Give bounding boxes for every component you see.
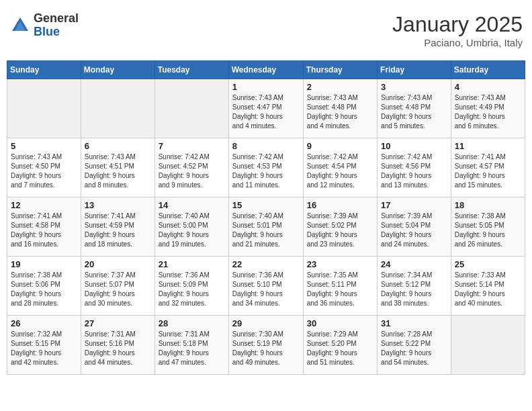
day-info: Sunrise: 7:41 AM Sunset: 4:58 PM Dayligh… [11, 212, 77, 249]
weekday-header-monday: Monday [81, 61, 154, 79]
day-number: 30 [307, 318, 373, 328]
calendar-week-row: 19Sunrise: 7:38 AM Sunset: 5:06 PM Dayli… [7, 257, 525, 316]
calendar-day-cell: 13Sunrise: 7:41 AM Sunset: 4:59 PM Dayli… [81, 197, 154, 257]
day-info: Sunrise: 7:36 AM Sunset: 5:10 PM Dayligh… [232, 271, 300, 308]
logo-text: General Blue [34, 12, 79, 39]
logo-blue-text: Blue [34, 26, 79, 39]
day-info: Sunrise: 7:29 AM Sunset: 5:20 PM Dayligh… [307, 330, 373, 367]
day-number: 28 [159, 318, 225, 328]
day-number: 26 [11, 318, 77, 328]
day-info: Sunrise: 7:41 AM Sunset: 4:57 PM Dayligh… [455, 152, 521, 190]
calendar-day-cell: 28Sunrise: 7:31 AM Sunset: 5:18 PM Dayli… [154, 316, 228, 375]
day-info: Sunrise: 7:43 AM Sunset: 4:51 PM Dayligh… [85, 152, 151, 190]
empty-day-cell [154, 79, 228, 138]
day-number: 3 [381, 82, 447, 92]
weekday-header-row: SundayMondayTuesdayWednesdayThursdayFrid… [7, 61, 525, 79]
calendar-week-row: 26Sunrise: 7:32 AM Sunset: 5:15 PM Dayli… [7, 316, 525, 375]
calendar-day-cell: 12Sunrise: 7:41 AM Sunset: 4:58 PM Dayli… [7, 197, 81, 257]
title-block: January 2025 Paciano, Umbria, Italy [392, 12, 523, 48]
calendar-day-cell: 6Sunrise: 7:43 AM Sunset: 4:51 PM Daylig… [81, 138, 154, 197]
calendar-day-cell: 16Sunrise: 7:39 AM Sunset: 5:02 PM Dayli… [303, 197, 377, 257]
day-info: Sunrise: 7:42 AM Sunset: 4:53 PM Dayligh… [232, 152, 300, 190]
day-info: Sunrise: 7:38 AM Sunset: 5:06 PM Dayligh… [11, 271, 77, 308]
calendar-day-cell: 31Sunrise: 7:28 AM Sunset: 5:22 PM Dayli… [378, 316, 451, 375]
logo-icon [9, 15, 31, 36]
day-number: 27 [85, 318, 151, 328]
calendar-day-cell: 8Sunrise: 7:42 AM Sunset: 4:53 PM Daylig… [228, 138, 303, 197]
day-number: 23 [307, 259, 373, 269]
calendar-day-cell: 4Sunrise: 7:43 AM Sunset: 4:49 PM Daylig… [451, 79, 525, 138]
day-number: 19 [11, 259, 77, 269]
location: Paciano, Umbria, Italy [392, 37, 523, 48]
calendar-day-cell: 1Sunrise: 7:43 AM Sunset: 4:47 PM Daylig… [228, 79, 303, 138]
day-number: 12 [11, 200, 77, 210]
day-number: 13 [85, 200, 151, 210]
calendar-week-row: 5Sunrise: 7:43 AM Sunset: 4:50 PM Daylig… [7, 138, 525, 197]
weekday-header-sunday: Sunday [7, 61, 81, 79]
weekday-header-thursday: Thursday [303, 61, 377, 79]
day-number: 18 [455, 200, 521, 210]
day-info: Sunrise: 7:40 AM Sunset: 5:01 PM Dayligh… [232, 212, 300, 249]
day-number: 1 [232, 82, 300, 92]
calendar-day-cell: 18Sunrise: 7:38 AM Sunset: 5:05 PM Dayli… [451, 197, 525, 257]
empty-day-cell [7, 79, 81, 138]
calendar-day-cell: 2Sunrise: 7:43 AM Sunset: 4:48 PM Daylig… [303, 79, 377, 138]
day-info: Sunrise: 7:40 AM Sunset: 5:00 PM Dayligh… [159, 212, 225, 249]
day-info: Sunrise: 7:32 AM Sunset: 5:15 PM Dayligh… [11, 330, 77, 367]
calendar-day-cell: 19Sunrise: 7:38 AM Sunset: 5:06 PM Dayli… [7, 257, 81, 316]
calendar-day-cell: 10Sunrise: 7:42 AM Sunset: 4:56 PM Dayli… [378, 138, 451, 197]
calendar-day-cell: 29Sunrise: 7:30 AM Sunset: 5:19 PM Dayli… [228, 316, 303, 375]
day-info: Sunrise: 7:43 AM Sunset: 4:50 PM Dayligh… [11, 152, 77, 190]
day-info: Sunrise: 7:42 AM Sunset: 4:52 PM Dayligh… [159, 152, 225, 190]
day-number: 15 [232, 200, 300, 210]
day-number: 24 [381, 259, 447, 269]
day-number: 29 [232, 318, 300, 328]
day-info: Sunrise: 7:30 AM Sunset: 5:19 PM Dayligh… [232, 330, 300, 367]
day-info: Sunrise: 7:43 AM Sunset: 4:47 PM Dayligh… [232, 93, 300, 131]
calendar-day-cell: 3Sunrise: 7:43 AM Sunset: 4:48 PM Daylig… [378, 79, 451, 138]
day-number: 2 [307, 82, 373, 92]
day-info: Sunrise: 7:37 AM Sunset: 5:07 PM Dayligh… [85, 271, 151, 308]
day-info: Sunrise: 7:31 AM Sunset: 5:16 PM Dayligh… [85, 330, 151, 367]
day-number: 17 [381, 200, 447, 210]
calendar-day-cell: 14Sunrise: 7:40 AM Sunset: 5:00 PM Dayli… [154, 197, 228, 257]
day-number: 7 [159, 141, 225, 151]
day-number: 21 [159, 259, 225, 269]
day-number: 25 [455, 259, 521, 269]
calendar-table: SundayMondayTuesdayWednesdayThursdayFrid… [7, 60, 525, 375]
day-number: 8 [232, 141, 300, 151]
calendar-week-row: 12Sunrise: 7:41 AM Sunset: 4:58 PM Dayli… [7, 197, 525, 257]
calendar-day-cell: 27Sunrise: 7:31 AM Sunset: 5:16 PM Dayli… [81, 316, 154, 375]
calendar-day-cell: 25Sunrise: 7:33 AM Sunset: 5:14 PM Dayli… [451, 257, 525, 316]
month-title: January 2025 [392, 12, 523, 37]
day-info: Sunrise: 7:42 AM Sunset: 4:56 PM Dayligh… [381, 152, 447, 190]
page-header: General Blue January 2025 Paciano, Umbri… [7, 7, 525, 54]
calendar-day-cell: 26Sunrise: 7:32 AM Sunset: 5:15 PM Dayli… [7, 316, 81, 375]
calendar-day-cell: 30Sunrise: 7:29 AM Sunset: 5:20 PM Dayli… [303, 316, 377, 375]
day-info: Sunrise: 7:39 AM Sunset: 5:02 PM Dayligh… [307, 212, 373, 249]
calendar-day-cell: 9Sunrise: 7:42 AM Sunset: 4:54 PM Daylig… [303, 138, 377, 197]
day-number: 22 [232, 259, 300, 269]
day-number: 20 [85, 259, 151, 269]
calendar-day-cell: 17Sunrise: 7:39 AM Sunset: 5:04 PM Dayli… [378, 197, 451, 257]
calendar-day-cell: 23Sunrise: 7:35 AM Sunset: 5:11 PM Dayli… [303, 257, 377, 316]
day-info: Sunrise: 7:31 AM Sunset: 5:18 PM Dayligh… [159, 330, 225, 367]
day-number: 14 [159, 200, 225, 210]
day-number: 4 [455, 82, 521, 92]
day-number: 11 [455, 141, 521, 151]
calendar-day-cell: 7Sunrise: 7:42 AM Sunset: 4:52 PM Daylig… [154, 138, 228, 197]
weekday-header-tuesday: Tuesday [154, 61, 228, 79]
logo-general: General [34, 12, 79, 26]
day-number: 10 [381, 141, 447, 151]
day-info: Sunrise: 7:43 AM Sunset: 4:48 PM Dayligh… [307, 93, 373, 131]
day-info: Sunrise: 7:39 AM Sunset: 5:04 PM Dayligh… [381, 212, 447, 249]
day-info: Sunrise: 7:43 AM Sunset: 4:49 PM Dayligh… [455, 93, 521, 131]
day-info: Sunrise: 7:28 AM Sunset: 5:22 PM Dayligh… [381, 330, 447, 367]
day-info: Sunrise: 7:38 AM Sunset: 5:05 PM Dayligh… [455, 212, 521, 249]
empty-day-cell [81, 79, 154, 138]
day-info: Sunrise: 7:33 AM Sunset: 5:14 PM Dayligh… [455, 271, 521, 308]
empty-day-cell [451, 316, 525, 375]
weekday-header-wednesday: Wednesday [228, 61, 303, 79]
day-info: Sunrise: 7:35 AM Sunset: 5:11 PM Dayligh… [307, 271, 373, 308]
calendar-week-row: 1Sunrise: 7:43 AM Sunset: 4:47 PM Daylig… [7, 79, 525, 138]
